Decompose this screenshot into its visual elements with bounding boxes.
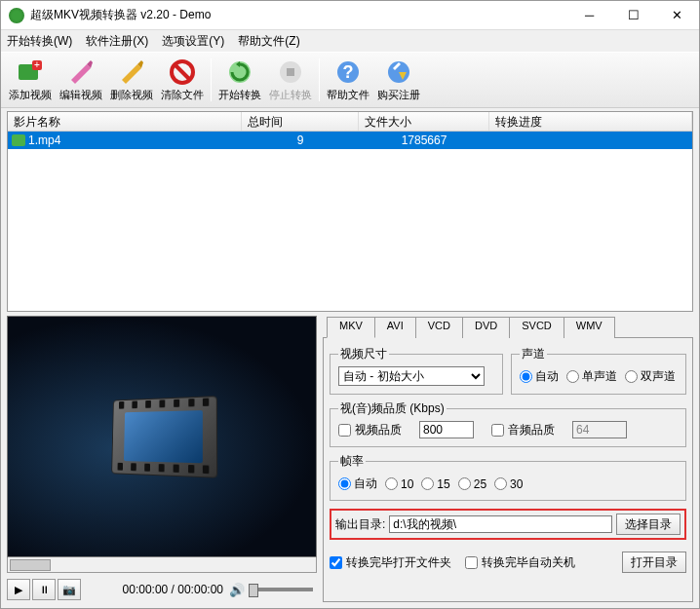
stop-icon (277, 58, 304, 86)
pause-button[interactable]: ⏸ (32, 579, 56, 600)
rate-auto[interactable]: 自动 (338, 476, 377, 492)
list-header: 影片名称 总时间 文件大小 转换进度 (8, 112, 692, 132)
clear-icon (169, 58, 196, 86)
clear-files-button[interactable]: 清除文件 (157, 55, 208, 105)
volume-icon[interactable]: 🔊 (229, 583, 243, 597)
channel-stereo[interactable]: 双声道 (625, 368, 676, 385)
preview-scrollbar[interactable] (7, 557, 317, 573)
list-row[interactable]: 1.mp4 9 1785667 (8, 132, 692, 149)
svg-rect-12 (287, 68, 294, 76)
menubar: 开始转换(W) 软件注册(X) 选项设置(Y) 帮助文件(Z) (1, 30, 699, 52)
help-button[interactable]: ? 帮助文件 (323, 55, 373, 105)
tab-svcd[interactable]: SVCD (509, 317, 564, 338)
rate-25[interactable]: 25 (458, 477, 486, 491)
menu-start[interactable]: 开始转换(W) (7, 33, 72, 50)
rate-30[interactable]: 30 (494, 477, 523, 491)
help-icon: ? (334, 58, 362, 86)
video-list[interactable]: 影片名称 总时间 文件大小 转换进度 1.mp4 9 1785667 (7, 111, 693, 312)
shutdown-check[interactable]: 转换完毕自动关机 (465, 554, 575, 571)
app-icon (9, 8, 24, 23)
play-button[interactable]: ▶ (7, 579, 30, 600)
edit-video-button[interactable]: 编辑视频 (56, 55, 106, 105)
rate-10[interactable]: 10 (385, 477, 413, 491)
delete-video-button[interactable]: 删除视频 (106, 55, 157, 105)
delete-icon (118, 58, 145, 86)
channel-group: 声道 自动 单声道 双声道 (511, 346, 686, 395)
menu-help[interactable]: 帮助文件(Z) (238, 33, 299, 50)
tab-dvd[interactable]: DVD (462, 317, 510, 338)
film-icon (111, 396, 217, 478)
buy-icon (385, 58, 412, 86)
col-time[interactable]: 总时间 (242, 112, 359, 131)
col-size[interactable]: 文件大小 (359, 112, 489, 131)
snapshot-button[interactable]: 📷 (58, 579, 81, 600)
channel-mono[interactable]: 单声道 (566, 368, 617, 385)
audio-quality-check[interactable]: 音频品质 (491, 422, 555, 438)
output-row: 输出目录: 选择目录 (330, 509, 686, 540)
add-video-button[interactable]: + 添加视频 (5, 55, 56, 105)
format-tabs: MKV AVI VCD DVD SVCD WMV (327, 316, 693, 337)
quality-group: 视(音)频品质 (Kbps) 视频品质 音频品质 (330, 400, 686, 447)
open-dir-button[interactable]: 打开目录 (622, 552, 686, 573)
titlebar: 超级MKV视频转换器 v2.20 - Demo ─ ☐ ✕ (1, 1, 699, 30)
tab-wmv[interactable]: WMV (564, 317, 615, 338)
output-path-input[interactable] (389, 515, 612, 533)
close-button[interactable]: ✕ (655, 1, 699, 30)
menu-register[interactable]: 软件注册(X) (86, 33, 148, 50)
tab-vcd[interactable]: VCD (415, 317, 463, 338)
stop-convert-button: 停止转换 (265, 55, 316, 105)
audio-quality-input[interactable] (572, 421, 627, 438)
preview-area (7, 316, 317, 557)
open-folder-check[interactable]: 转换完毕打开文件夹 (330, 554, 451, 571)
channel-auto[interactable]: 自动 (520, 368, 559, 385)
rate-15[interactable]: 15 (421, 477, 449, 491)
volume-slider[interactable] (249, 588, 313, 591)
edit-icon (67, 58, 95, 86)
file-icon (12, 134, 25, 146)
choose-dir-button[interactable]: 选择目录 (616, 514, 681, 535)
col-prog[interactable]: 转换进度 (489, 112, 692, 131)
add-icon: + (17, 58, 44, 86)
video-size-group: 视频尺寸 自动 - 初始大小 (330, 346, 503, 395)
svg-text:+: + (34, 59, 40, 70)
toolbar: + 添加视频 编辑视频 删除视频 清除文件 开始转换 停止转换 ? 帮助文件 (1, 52, 699, 108)
start-icon (226, 58, 253, 86)
svg-marker-5 (122, 64, 141, 84)
tab-mkv[interactable]: MKV (327, 317, 375, 338)
buy-button[interactable]: 购买注册 (373, 55, 424, 105)
framerate-group: 帧率 自动 10 15 25 30 (330, 453, 686, 501)
minimize-button[interactable]: ─ (567, 1, 611, 30)
video-size-select[interactable]: 自动 - 初始大小 (338, 366, 485, 386)
svg-line-8 (175, 65, 189, 79)
col-name[interactable]: 影片名称 (8, 112, 242, 131)
window-title: 超级MKV视频转换器 v2.20 - Demo (30, 7, 567, 23)
svg-text:?: ? (343, 62, 354, 82)
menu-options[interactable]: 选项设置(Y) (162, 33, 224, 50)
svg-marker-3 (71, 64, 91, 84)
maximize-button[interactable]: ☐ (611, 1, 655, 30)
tab-avi[interactable]: AVI (374, 317, 416, 338)
time-display: 00:00:00 / 00:00:00 (83, 583, 227, 596)
output-label: 输出目录: (335, 516, 385, 533)
start-convert-button[interactable]: 开始转换 (214, 55, 265, 105)
video-quality-input[interactable] (419, 421, 474, 438)
video-quality-check[interactable]: 视频品质 (338, 422, 402, 438)
